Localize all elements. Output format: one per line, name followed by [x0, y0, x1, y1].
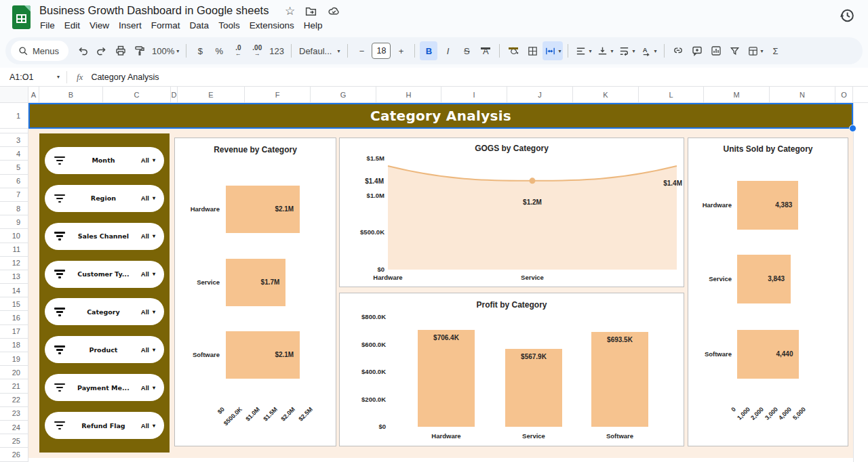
- format-currency-button[interactable]: $: [191, 41, 209, 60]
- decrease-font-size-button[interactable]: −: [353, 41, 370, 60]
- row-header-15[interactable]: 15: [0, 297, 28, 311]
- row-header-5[interactable]: 5: [0, 161, 28, 174]
- column-header-C[interactable]: C: [103, 87, 171, 103]
- merge-cells-button[interactable]: ▾: [542, 41, 563, 60]
- italic-button[interactable]: I: [439, 41, 456, 60]
- row-header-12[interactable]: 12: [0, 257, 28, 270]
- print-button[interactable]: [112, 41, 130, 60]
- format-percent-button[interactable]: %: [210, 41, 228, 60]
- functions-button[interactable]: Σ: [767, 41, 785, 60]
- decrease-decimals-button[interactable]: .0←: [229, 41, 247, 60]
- row-header-23[interactable]: 23: [0, 407, 28, 421]
- menu-tools[interactable]: Tools: [214, 18, 245, 33]
- fill-color-button[interactable]: [505, 41, 522, 60]
- column-header-M[interactable]: M: [704, 87, 770, 103]
- menu-extensions[interactable]: Extensions: [245, 18, 299, 33]
- formula-input[interactable]: Category Analysis: [91, 72, 159, 82]
- column-header-O[interactable]: O: [835, 87, 853, 103]
- menu-help[interactable]: Help: [299, 18, 328, 33]
- font-size-input[interactable]: 18: [372, 43, 391, 59]
- filter-value-dropdown[interactable]: All▾: [141, 384, 155, 392]
- row-header-11[interactable]: 11: [0, 243, 28, 257]
- insert-comment-button[interactable]: [688, 41, 706, 60]
- menu-file[interactable]: File: [35, 18, 60, 33]
- selection-fill-handle[interactable]: [849, 125, 856, 132]
- banner-cell-a1[interactable]: Category Analysis: [28, 103, 853, 129]
- zoom-select[interactable]: 100%▾: [150, 41, 181, 60]
- filter-value-dropdown[interactable]: All▾: [141, 232, 155, 240]
- row-header-19[interactable]: 19: [0, 352, 28, 366]
- chart-gogs-by-category[interactable]: GOGS by Category$1.5M$1.0M$500.0K$0$1.4M…: [339, 138, 684, 287]
- row-header-3[interactable]: 3: [0, 133, 28, 147]
- move-folder-icon[interactable]: [304, 5, 317, 18]
- filter-pill-sales-channel[interactable]: Sales ChannelAll▾: [45, 223, 164, 250]
- filter-pill-product[interactable]: ProductAll▾: [45, 336, 164, 363]
- redo-button[interactable]: [93, 41, 111, 60]
- column-header-H[interactable]: H: [376, 87, 441, 103]
- row-header-22[interactable]: 22: [0, 394, 28, 407]
- menu-format[interactable]: Format: [146, 18, 185, 33]
- strikethrough-button[interactable]: S: [458, 41, 475, 60]
- row-header-9[interactable]: 9: [0, 215, 28, 229]
- row-header-17[interactable]: 17: [0, 325, 28, 339]
- filter-value-dropdown[interactable]: All▾: [141, 346, 155, 354]
- document-title[interactable]: Business Growth Dashboard in Google shee…: [39, 4, 269, 17]
- row-header-2[interactable]: [0, 129, 28, 133]
- vertical-align-button[interactable]: ▾: [595, 41, 615, 60]
- row-header-20[interactable]: 20: [0, 366, 28, 379]
- increase-decimals-button[interactable]: .00→: [248, 41, 266, 60]
- font-family-select[interactable]: Defaul...▾: [296, 41, 342, 60]
- version-history-button[interactable]: [838, 7, 857, 26]
- filter-value-dropdown[interactable]: All▾: [141, 270, 155, 278]
- insert-table-button[interactable]: ▾: [745, 41, 766, 60]
- column-header-G[interactable]: G: [311, 87, 376, 103]
- column-header-J[interactable]: J: [507, 87, 573, 103]
- column-header-F[interactable]: F: [245, 87, 311, 103]
- text-wrap-button[interactable]: ▾: [616, 41, 637, 60]
- filter-pill-category[interactable]: CategoryAll▾: [45, 298, 164, 325]
- undo-button[interactable]: [74, 41, 92, 60]
- text-rotation-button[interactable]: A▾: [639, 41, 659, 60]
- column-header-A[interactable]: A: [28, 87, 39, 103]
- insert-chart-button[interactable]: [707, 41, 725, 60]
- row-header-7[interactable]: 7: [0, 188, 28, 202]
- cloud-status-icon[interactable]: [327, 5, 341, 18]
- row-header-16[interactable]: 16: [0, 311, 28, 324]
- filter-pill-month[interactable]: MonthAll▾: [45, 147, 164, 174]
- horizontal-align-button[interactable]: ▾: [573, 41, 593, 60]
- filter-pill-region[interactable]: RegionAll▾: [45, 185, 164, 212]
- column-header-K[interactable]: K: [573, 87, 639, 103]
- filter-value-dropdown[interactable]: All▾: [141, 422, 155, 429]
- increase-font-size-button[interactable]: +: [392, 41, 410, 60]
- column-header-N[interactable]: N: [770, 87, 835, 103]
- text-color-button[interactable]: A: [477, 41, 494, 60]
- row-header-4[interactable]: 4: [0, 147, 28, 161]
- menu-edit[interactable]: Edit: [60, 18, 85, 33]
- row-header-10[interactable]: 10: [0, 229, 28, 243]
- sheets-logo-icon[interactable]: [12, 5, 31, 29]
- row-header-14[interactable]: 14: [0, 284, 28, 297]
- filter-pill-payment-me-[interactable]: Payment Me...All▾: [45, 374, 164, 401]
- row-header-18[interactable]: 18: [0, 339, 28, 352]
- column-header-B[interactable]: B: [39, 87, 103, 103]
- row-header-1[interactable]: 1: [0, 103, 28, 129]
- row-header-21[interactable]: 21: [0, 379, 28, 393]
- bold-button[interactable]: B: [420, 41, 437, 60]
- select-all-corner[interactable]: [0, 87, 28, 103]
- column-header-I[interactable]: I: [441, 87, 507, 103]
- filter-value-dropdown[interactable]: All▾: [141, 194, 155, 202]
- column-header-E[interactable]: E: [178, 87, 245, 103]
- filter-pill-refund-flag[interactable]: Refund FlagAll▾: [45, 412, 164, 439]
- borders-button[interactable]: [524, 41, 541, 60]
- filter-value-dropdown[interactable]: All▾: [141, 156, 155, 164]
- filter-value-dropdown[interactable]: All▾: [141, 308, 155, 316]
- filter-pill-customer-ty-[interactable]: Customer Ty...All▾: [45, 261, 164, 288]
- chart-profit-by-category[interactable]: Profit by Category$800.0K$600.0K$400.0K$…: [339, 293, 684, 446]
- menu-insert[interactable]: Insert: [114, 18, 146, 33]
- column-header-D[interactable]: D: [171, 87, 178, 103]
- row-header-8[interactable]: 8: [0, 202, 28, 215]
- insert-link-button[interactable]: [669, 41, 687, 60]
- more-formats-button[interactable]: 123: [267, 41, 286, 60]
- chart-revenue-by-category[interactable]: Revenue by CategoryHardware$2.1MService$…: [174, 138, 336, 446]
- row-header-6[interactable]: 6: [0, 175, 28, 188]
